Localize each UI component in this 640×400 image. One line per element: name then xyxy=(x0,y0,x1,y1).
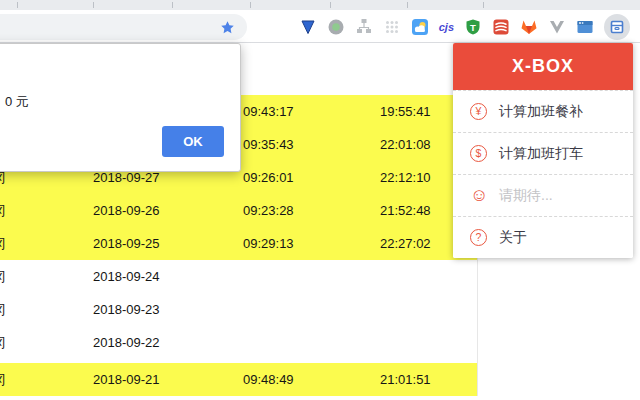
cell-date: 2018-09-24 xyxy=(93,260,160,293)
cell-date: 2018-09-26 xyxy=(93,194,160,227)
table-row: 冈 2018-09-23 xyxy=(0,293,477,326)
cell-name: 冈 xyxy=(0,260,13,293)
menu-item-label: 计算加班餐补 xyxy=(499,103,583,121)
dollar-circle-icon: $ xyxy=(470,145,487,162)
cell-checkout: 22:27:02 xyxy=(380,227,431,260)
xbox-archive-icon xyxy=(609,19,625,35)
cell-checkin: 09:23:28 xyxy=(243,194,294,227)
menu-item-coming-soon[interactable]: ☺ 请期待... xyxy=(453,174,633,216)
app-window-icon[interactable] xyxy=(576,18,594,36)
tab-separator xyxy=(250,2,251,8)
tab-strip[interactable] xyxy=(0,0,640,10)
weather-icon[interactable] xyxy=(411,18,429,36)
menu-item-label: 计算加班打车 xyxy=(499,145,583,163)
cell-checkout: 22:01:08 xyxy=(380,128,431,161)
table-row: 冈 2018-09-24 xyxy=(0,260,477,293)
table-row: 冈 2018-09-25 09:29:13 22:27:02 xyxy=(0,227,477,260)
extension-icons-row: cjs T xyxy=(299,10,630,43)
alert-message: 0 元 xyxy=(5,93,29,111)
svg-text:T: T xyxy=(470,21,476,32)
vue-chevron-icon[interactable] xyxy=(548,18,566,36)
vimium-v-icon[interactable] xyxy=(299,18,317,36)
ok-button[interactable]: OK xyxy=(162,126,224,157)
tab-separator xyxy=(483,2,484,8)
gitlab-fox-icon[interactable] xyxy=(520,18,538,36)
tab-separator xyxy=(407,2,408,8)
menu-item-label: 关于 xyxy=(499,229,527,247)
table-row: 冈 2018-09-21 09:48:49 21:01:51 xyxy=(0,363,477,396)
tab-separator xyxy=(172,2,173,8)
cell-date: 2018-09-23 xyxy=(93,293,160,326)
cell-name: 冈 xyxy=(0,363,13,396)
shield-t-icon[interactable]: T xyxy=(464,18,482,36)
todoist-waves-icon[interactable] xyxy=(492,18,510,36)
browser-toolbar: cjs T xyxy=(0,10,640,43)
cell-checkout: 19:55:41 xyxy=(380,95,431,128)
cell-checkin: 09:43:17 xyxy=(243,95,294,128)
apps-grid-icon[interactable] xyxy=(383,18,401,36)
cjs-extension-icon[interactable]: cjs xyxy=(439,18,454,36)
cell-name: 冈 xyxy=(0,293,13,326)
cell-name: 冈 xyxy=(0,227,13,260)
cell-date: 2018-09-25 xyxy=(93,227,160,260)
cell-checkin: 09:48:49 xyxy=(243,363,294,396)
cell-date: 2018-09-22 xyxy=(93,326,160,359)
tab-separator xyxy=(330,2,331,8)
menu-item-about[interactable]: ? 关于 xyxy=(453,216,633,258)
xbox-extension-active-button[interactable] xyxy=(604,14,630,40)
cell-date: 2018-09-21 xyxy=(93,363,160,396)
cell-checkout: 21:01:51 xyxy=(380,363,431,396)
xbox-popup-title: X-BOX xyxy=(453,43,633,90)
alert-dialog: 0 元 OK xyxy=(0,43,241,172)
cell-checkout: 21:52:48 xyxy=(380,194,431,227)
menu-item-label: 请期待... xyxy=(499,187,553,205)
tab-separator xyxy=(17,2,18,8)
smiley-circle-icon: ☺ xyxy=(470,187,487,204)
cell-checkin: 09:35:43 xyxy=(243,128,294,161)
cell-checkout: 22:12:10 xyxy=(380,161,431,194)
table-row: 冈 2018-09-26 09:23:28 21:52:48 xyxy=(0,194,477,227)
sitemap-icon[interactable] xyxy=(355,18,373,36)
recorder-dot-icon[interactable] xyxy=(327,18,345,36)
yuan-circle-icon: ¥ xyxy=(470,103,487,120)
table-row: 冈 2018-09-22 xyxy=(0,326,477,359)
address-bar[interactable] xyxy=(0,14,247,40)
cell-name: 冈 xyxy=(0,194,13,227)
browser-window: cjs T xyxy=(0,0,640,400)
cell-checkin: 09:26:01 xyxy=(243,161,294,194)
question-circle-icon: ? xyxy=(470,229,487,246)
xbox-popup: X-BOX ¥ 计算加班餐补 $ 计算加班打车 ☺ 请期待... ? 关于 xyxy=(453,43,633,258)
menu-item-taxi[interactable]: $ 计算加班打车 xyxy=(453,132,633,174)
menu-item-meal-allowance[interactable]: ¥ 计算加班餐补 xyxy=(453,90,633,132)
tab-separator xyxy=(93,2,94,8)
cell-checkin: 09:29:13 xyxy=(243,227,294,260)
bookmark-star-icon[interactable] xyxy=(220,20,235,35)
cell-name: 冈 xyxy=(0,326,13,359)
